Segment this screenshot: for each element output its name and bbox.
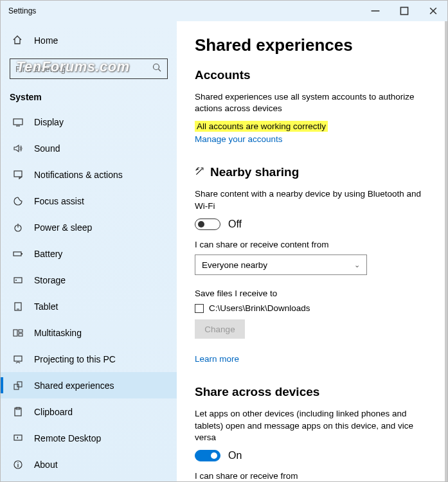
- nearby-heading: Nearby sharing: [195, 165, 429, 179]
- sidebar-item-sound[interactable]: Sound: [1, 135, 177, 161]
- projecting-icon: [12, 354, 24, 364]
- sidebar: Home TenForums.com System Display Sound …: [1, 21, 177, 482]
- svg-line-5: [159, 69, 161, 72]
- svg-rect-20: [14, 356, 22, 361]
- category-heading: System: [1, 83, 177, 109]
- svg-rect-12: [21, 253, 22, 254]
- sidebar-item-label: Sound: [34, 143, 60, 154]
- svg-point-14: [15, 280, 17, 281]
- sidebar-item-shared-experiences[interactable]: Shared experiences: [1, 372, 177, 398]
- maximize-button[interactable]: [390, 1, 418, 21]
- close-button[interactable]: [418, 1, 447, 21]
- sidebar-item-label: Battery: [34, 249, 62, 259]
- power-icon: [12, 222, 24, 233]
- sidebar-item-label: Projecting to this PC: [34, 354, 116, 364]
- svg-rect-6: [13, 119, 22, 125]
- receive-label: I can share or receive from: [195, 470, 429, 482]
- sidebar-item-label: Notifications & actions: [34, 170, 123, 180]
- search-icon: [152, 62, 162, 75]
- accounts-desc: Shared experiences use all system accoun…: [195, 91, 429, 114]
- nearby-toggle[interactable]: [195, 219, 220, 230]
- svg-point-4: [154, 64, 159, 70]
- search-box[interactable]: [10, 58, 168, 79]
- search-input[interactable]: [15, 64, 152, 74]
- across-desc: Let apps on other devices (including lin…: [195, 408, 429, 443]
- svg-rect-1: [400, 7, 408, 14]
- across-toggle-label: On: [228, 450, 242, 461]
- sidebar-item-focus[interactable]: Focus assist: [1, 188, 177, 214]
- sidebar-item-label: About: [34, 460, 58, 470]
- nearby-desc: Share content with a nearby device by us…: [195, 188, 429, 211]
- sidebar-item-label: Focus assist: [34, 196, 84, 206]
- multitasking-icon: [12, 328, 24, 338]
- scrollbar[interactable]: [445, 21, 447, 482]
- sidebar-item-label: Tablet: [34, 301, 58, 312]
- manage-accounts-link[interactable]: Manage your accounts: [195, 134, 283, 144]
- sidebar-item-tablet[interactable]: Tablet: [1, 293, 177, 319]
- change-button[interactable]: Change: [195, 319, 245, 339]
- sidebar-item-multitasking[interactable]: Multitasking: [1, 319, 177, 346]
- main-content: Shared experiences Accounts Shared exper…: [177, 21, 447, 482]
- remote-icon: [12, 433, 24, 443]
- page-title: Shared experiences: [195, 35, 429, 55]
- share-from-select[interactable]: Everyone nearby ⌄: [195, 254, 367, 275]
- sidebar-item-about[interactable]: About: [1, 451, 177, 478]
- save-to-label: Save files I receive to: [195, 288, 429, 299]
- title-bar: Settings: [1, 1, 447, 21]
- storage-icon: [12, 275, 24, 285]
- battery-icon: [12, 249, 24, 259]
- sidebar-item-notifications[interactable]: Notifications & actions: [1, 161, 177, 188]
- nearby-toggle-label: Off: [228, 219, 242, 230]
- sidebar-item-label: Power & sleep: [34, 222, 92, 233]
- sidebar-item-label: Remote Desktop: [34, 433, 101, 443]
- sidebar-item-remote-desktop[interactable]: Remote Desktop: [1, 425, 177, 451]
- accounts-heading: Accounts: [195, 68, 429, 82]
- accounts-status: All accounts are working correctly: [195, 121, 328, 132]
- window-title: Settings: [8, 6, 36, 15]
- sidebar-item-label: Storage: [34, 275, 66, 285]
- sidebar-item-power[interactable]: Power & sleep: [1, 214, 177, 240]
- svg-rect-19: [19, 334, 22, 336]
- save-path: C:\Users\Brink\Downloads: [209, 303, 310, 313]
- home-icon: [12, 35, 24, 47]
- minimize-button[interactable]: [361, 1, 390, 21]
- sidebar-item-label: Clipboard: [34, 407, 73, 417]
- svg-rect-13: [14, 278, 22, 283]
- sidebar-item-battery[interactable]: Battery: [1, 240, 177, 267]
- display-icon: [12, 117, 24, 127]
- home-nav[interactable]: Home: [1, 28, 177, 53]
- sidebar-item-display[interactable]: Display: [1, 109, 177, 135]
- clipboard-icon: [12, 407, 24, 417]
- notifications-icon: [12, 170, 24, 180]
- across-heading: Share across devices: [195, 385, 429, 399]
- sidebar-item-label: Shared experiences: [34, 380, 114, 391]
- folder-icon: [195, 304, 204, 313]
- tablet-icon: [12, 301, 24, 312]
- about-icon: [12, 460, 24, 470]
- svg-rect-8: [14, 171, 22, 177]
- share-from-label: I can share or receive content from: [195, 239, 429, 251]
- svg-point-28: [17, 462, 19, 463]
- svg-rect-11: [13, 252, 21, 256]
- sidebar-item-clipboard[interactable]: Clipboard: [1, 398, 177, 425]
- focus-icon: [12, 196, 24, 206]
- nearby-share-icon: [195, 165, 205, 179]
- sidebar-item-label: Multitasking: [34, 328, 82, 338]
- learn-more-link[interactable]: Learn more: [195, 354, 239, 364]
- across-toggle[interactable]: [195, 450, 220, 461]
- sidebar-item-label: Display: [34, 117, 64, 127]
- svg-rect-17: [13, 330, 17, 336]
- shared-icon: [12, 380, 24, 391]
- home-label: Home: [34, 35, 58, 46]
- svg-rect-18: [19, 330, 22, 332]
- sidebar-item-projecting[interactable]: Projecting to this PC: [1, 346, 177, 372]
- share-from-value: Everyone nearby: [202, 260, 267, 270]
- sound-icon: [12, 143, 24, 154]
- chevron-down-icon: ⌄: [354, 261, 360, 269]
- sidebar-item-storage[interactable]: Storage: [1, 267, 177, 293]
